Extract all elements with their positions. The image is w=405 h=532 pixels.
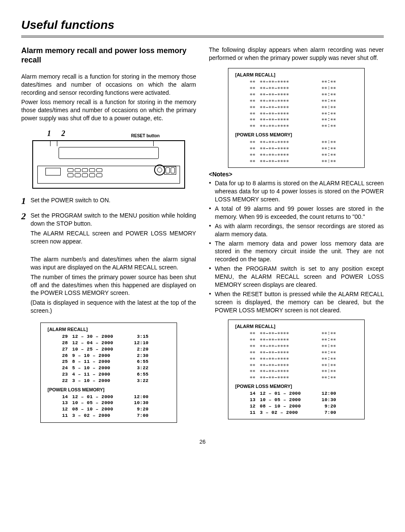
section-heading: Alarm memory recall and power loss memor… xyxy=(21,46,196,65)
right-column: The following display appears when alarm… xyxy=(209,46,384,425)
vcr-diagram: 1 2 RESET button xyxy=(32,128,185,189)
step-2d: The number of times the primary power so… xyxy=(31,273,196,297)
intro-para-2: Power loss memory recall is a function f… xyxy=(21,98,196,122)
two-column-layout: Alarm memory recall and power loss memor… xyxy=(21,46,384,425)
step-2a: Set the PROGRAM switch to the MENU posit… xyxy=(31,212,196,228)
note-item: The alarm memory data and power loss mem… xyxy=(209,240,384,264)
page-title: Useful functions xyxy=(21,17,384,33)
screen-display-filled: [ALARM RECALL]2912 – 30 – 20003:152812 –… xyxy=(40,323,177,423)
note-item: As with alarm recordings, the sensor rec… xyxy=(209,222,384,238)
step-1-text: Set the POWER switch to ON. xyxy=(31,196,196,204)
step-1: 1 Set the POWER switch to ON. xyxy=(21,196,196,206)
diagram-callout-numbers: 1 2 xyxy=(32,128,131,139)
step-number-2: 2 xyxy=(21,212,29,221)
step-2c: The alarm number/s and dates/times when … xyxy=(31,255,196,272)
screen-display-partial: [ALARM RECALL]✳✳✳✳–✳✳–✳✳✳✳✳✳:✳✳✳✳✳✳–✳✳–✳… xyxy=(228,320,365,420)
page-number: 26 xyxy=(21,438,384,446)
step-2b: The ALARM RECALL screen and POWER LOSS M… xyxy=(31,229,196,246)
note-item: When the RESET button is pressed while t… xyxy=(209,290,384,314)
step-2e: (Data is displayed in sequence with the … xyxy=(31,299,196,315)
step-2: 2 Set the PROGRAM switch to the MENU pos… xyxy=(21,212,196,317)
left-column: Alarm memory recall and power loss memor… xyxy=(21,46,196,425)
vcr-unit-icon xyxy=(32,140,185,189)
diagram-reset-label: RESET button xyxy=(131,133,185,139)
note-item: When the PROGRAM switch is set to any po… xyxy=(209,265,384,289)
step-number-1: 1 xyxy=(21,196,29,206)
right-intro: The following display appears when alarm… xyxy=(209,46,384,62)
note-item: Data for up to 8 alarms is stored on the… xyxy=(209,179,384,204)
note-item: A total of 99 alarms and 99 power losses… xyxy=(209,205,384,221)
screen-display-empty: [ALARM RECALL]✳✳✳✳–✳✳–✳✳✳✳✳✳:✳✳✳✳✳✳–✳✳–✳… xyxy=(228,68,365,168)
intro-para-1: Alarm memory recall is a function for st… xyxy=(21,73,196,97)
title-rule xyxy=(21,36,384,37)
notes-heading: <Notes> xyxy=(209,170,384,178)
notes-list: Data for up to 8 alarms is stored on the… xyxy=(209,179,384,314)
